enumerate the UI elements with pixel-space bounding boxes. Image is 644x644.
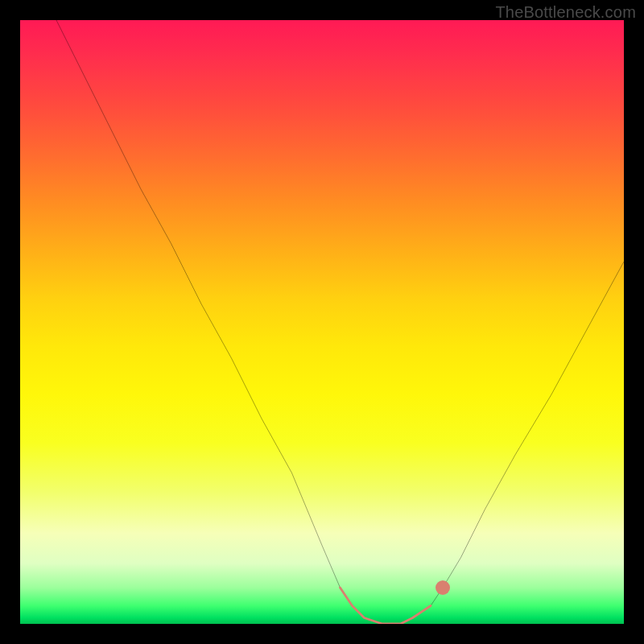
attribution-watermark: TheBottleneck.com bbox=[495, 3, 636, 22]
curve-line bbox=[56, 20, 624, 624]
highlight-end-dot bbox=[436, 580, 450, 595]
optimal-range-highlight bbox=[341, 588, 431, 624]
plot-area bbox=[20, 20, 624, 624]
bottleneck-curve bbox=[20, 20, 624, 624]
chart-frame: TheBottleneck.com bbox=[0, 0, 644, 644]
